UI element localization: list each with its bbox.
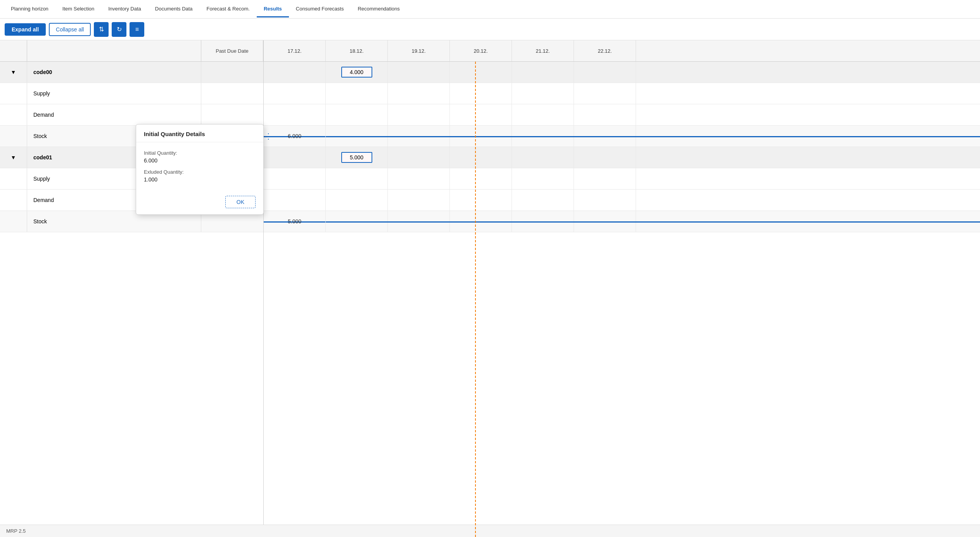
grid-cell-highlighted2[interactable]: 5.000 (326, 147, 388, 168)
tab-forecast-recom[interactable]: Forecast & Recom. (200, 1, 257, 17)
table-row: 5.000 (264, 147, 980, 168)
demand-name-cell: Demand (27, 104, 201, 125)
excluded-quantity-field: Exluded Quantity: 1.000 (144, 169, 256, 183)
tab-item-selection[interactable]: Item Selection (55, 1, 101, 17)
sort-button[interactable]: ⇅ (94, 22, 109, 37)
grid-cell (388, 190, 450, 211)
group-name-cell: code00 (27, 62, 201, 83)
expand-col-header (0, 40, 27, 61)
sort-icon: ⇅ (99, 26, 104, 33)
table-row: Supply (0, 83, 263, 104)
status-bar: MRP 2.5 (0, 525, 980, 537)
grid-cell (512, 104, 574, 125)
grid-cell-highlighted[interactable]: 4.000 (326, 62, 388, 83)
popup-overlay: Initial Quantity Details Initial Quantit… (136, 124, 264, 215)
filter-button[interactable]: ≡ (130, 22, 144, 37)
nav-tabs: Planning horizon Item Selection Inventor… (0, 0, 980, 19)
expand-cell[interactable]: ▼ (0, 62, 27, 83)
collapse-all-button[interactable]: Collapse all (49, 23, 91, 36)
initial-quantity-popup: Initial Quantity Details Initial Quantit… (136, 124, 264, 215)
grid-cell (450, 147, 512, 168)
grid-cell (264, 190, 326, 211)
expand-all-button[interactable]: Expand all (5, 23, 46, 36)
popup-body: Initial Quantity: 6.000 Exluded Quantity… (136, 142, 263, 192)
table-row: Demand (0, 104, 263, 126)
date-cell-1812: 18.12. (326, 40, 388, 61)
grid-cell (450, 168, 512, 189)
right-panel: 17.12. 18.12. 19.12. 20.12. 21.12. 22.12… (264, 40, 980, 537)
grid-cell (574, 104, 636, 125)
tab-inventory-data[interactable]: Inventory Data (101, 1, 148, 17)
tab-planning-horizon[interactable]: Planning horizon (4, 1, 55, 17)
table-row: 4.000 (264, 62, 980, 83)
grid-cell (450, 83, 512, 104)
stock-line (264, 136, 980, 137)
tab-consumed-forecasts[interactable]: Consumed Forecasts (289, 1, 351, 17)
date-header: 17.12. 18.12. 19.12. 20.12. 21.12. 22.12… (264, 40, 980, 62)
refresh-button[interactable]: ↻ (112, 22, 126, 37)
stock-value-code01: 5.000 (288, 218, 301, 224)
grid-cell (264, 168, 326, 189)
initial-quantity-label: Initial Quantity: (144, 150, 256, 156)
excluded-quantity-value: 1.000 (144, 176, 256, 183)
expand-cell-empty (0, 126, 27, 147)
grid-cell (512, 83, 574, 104)
grid-cell (264, 147, 326, 168)
grid-cell (388, 147, 450, 168)
refresh-icon: ↻ (117, 26, 122, 33)
supply-name-cell: Supply (27, 83, 201, 104)
past-due-cell (201, 104, 263, 125)
tab-results[interactable]: Results (257, 1, 289, 17)
grid-container: Past Due Date ▼ code00 Supply (0, 40, 980, 537)
expand-cell-empty (0, 104, 27, 125)
date-cell-1912: 19.12. (388, 40, 450, 61)
grid-cell (388, 62, 450, 83)
date-cell-1712: 17.12. (264, 40, 326, 61)
status-text: MRP 2.5 (6, 528, 26, 534)
past-due-cell (201, 62, 263, 83)
grid-cell (574, 168, 636, 189)
grid-cell (450, 104, 512, 125)
tab-recommendations[interactable]: Recommendations (351, 1, 406, 17)
grid-cell (574, 83, 636, 104)
date-cell-2112: 21.12. (512, 40, 574, 61)
grid-cell (574, 147, 636, 168)
filter-icon: ≡ (135, 26, 139, 33)
grid-cell (388, 104, 450, 125)
left-panel: Past Due Date ▼ code00 Supply (0, 40, 264, 537)
table-row: ▼ code00 (0, 62, 263, 83)
grid-cell (326, 168, 388, 189)
stock-value: 6.000 (288, 133, 301, 139)
past-due-col-header: Past Due Date (201, 40, 263, 61)
toolbar: Expand all Collapse all ⇅ ↻ ≡ (0, 19, 980, 40)
table-row (264, 104, 980, 126)
grid-cell (326, 104, 388, 125)
tab-documents-data[interactable]: Documents Data (148, 1, 200, 17)
stock-value-cell: 6.000 (264, 126, 326, 147)
expand-cell-empty (0, 211, 27, 232)
right-rows: 4.000 (264, 62, 980, 537)
main-content: Past Due Date ▼ code00 Supply (0, 40, 980, 537)
chevron-down-icon: ▼ (11, 154, 16, 161)
expand-cell[interactable]: ▼ (0, 147, 27, 168)
grid-cell (264, 104, 326, 125)
grid-cell (388, 83, 450, 104)
chevron-down-icon: ▼ (11, 69, 16, 75)
value-cell: 5.000 (341, 152, 372, 163)
name-col-header (27, 40, 201, 61)
stock-row-code01: 5.000 (264, 211, 980, 232)
ok-button[interactable]: OK (225, 196, 256, 208)
stock-value-cell-code01: 5.000 (264, 211, 326, 232)
vertical-dots-trigger[interactable]: ⋮ (264, 131, 272, 141)
grid-cell (512, 62, 574, 83)
stock-line-code01 (264, 221, 980, 223)
expand-cell-empty (0, 83, 27, 104)
grid-cell (574, 190, 636, 211)
value-cell: 4.000 (341, 67, 372, 78)
left-header: Past Due Date (0, 40, 263, 62)
table-row (264, 168, 980, 190)
excluded-quantity-label: Exluded Quantity: (144, 169, 256, 175)
grid-cell (574, 62, 636, 83)
grid-cell (264, 83, 326, 104)
initial-quantity-field: Initial Quantity: 6.000 (144, 150, 256, 164)
